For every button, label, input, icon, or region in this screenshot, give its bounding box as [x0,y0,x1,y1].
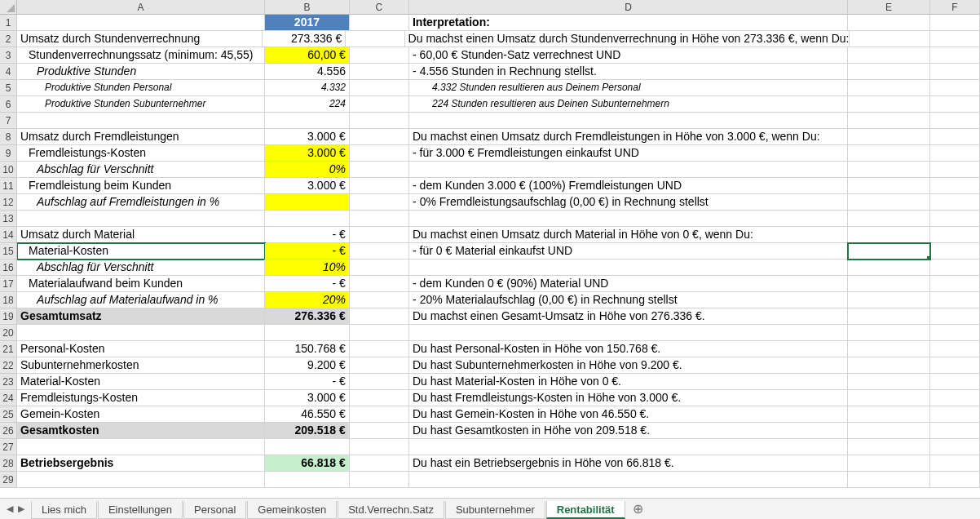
cell-F14[interactable] [930,227,980,243]
cell-E24[interactable] [848,390,930,406]
row-header-23[interactable]: 23 [0,374,17,390]
cell-D2[interactable]: Du machst einen Umsatz durch Stundenverr… [405,31,850,47]
sheet-tab-personal[interactable]: Personal [183,501,246,519]
row-header-27[interactable]: 27 [0,439,17,455]
column-header-e[interactable]: E [848,0,930,15]
cell-B14[interactable]: - € [265,227,350,243]
cell-C28[interactable] [350,455,409,472]
row-header-16[interactable]: 16 [0,260,17,276]
cell-C11[interactable] [350,178,409,194]
cell-C1[interactable] [350,15,409,31]
spreadsheet-grid[interactable]: 2017Interpretation:Umsatz durch Stundenv… [17,15,980,498]
cell-C23[interactable] [350,374,409,390]
cell-F9[interactable] [930,145,980,162]
cell-D6[interactable]: 224 Stunden resultieren aus Deinen Subun… [409,96,848,113]
cell-E3[interactable] [848,47,930,64]
cell-F5[interactable] [930,80,980,96]
row-header-8[interactable]: 8 [0,129,17,145]
row-header-21[interactable]: 21 [0,341,17,357]
cell-A14[interactable]: Umsatz durch Material [17,227,265,243]
cell-D21[interactable]: Du hast Personal-Kosten in Höhe von 150.… [409,341,848,357]
cell-E6[interactable] [848,96,930,113]
cell-D17[interactable]: - dem Kunden 0 € (90%) Material UND [409,276,848,292]
cell-A11[interactable]: Fremdleistung beim Kunden [17,178,265,194]
cell-D27[interactable] [409,439,848,455]
cell-C26[interactable] [350,423,409,439]
row-header-7[interactable]: 7 [0,113,17,129]
cell-B11[interactable]: 3.000 € [265,178,350,194]
cell-C18[interactable] [350,292,409,308]
cell-D7[interactable] [409,113,848,129]
row-header-22[interactable]: 22 [0,357,17,374]
cell-C9[interactable] [350,145,409,162]
cell-B15[interactable]: - € [265,243,350,260]
cell-A27[interactable] [17,439,265,455]
cell-A7[interactable] [17,113,265,129]
cell-C5[interactable] [350,80,409,96]
cell-F3[interactable] [930,47,980,64]
cell-C17[interactable] [350,276,409,292]
sheet-tab-gemeinkosten[interactable]: Gemeinkosten [247,501,337,519]
cell-A8[interactable]: Umsatz durch Fremdleistungen [17,129,265,145]
cell-A13[interactable] [17,211,265,227]
cell-E10[interactable] [848,162,930,178]
row-header-12[interactable]: 12 [0,194,17,211]
cell-B23[interactable]: - € [265,374,350,390]
cell-B6[interactable]: 224 [265,96,350,113]
new-sheet-button[interactable]: ⊕ [626,499,650,518]
cell-A21[interactable]: Personal-Kosten [17,341,265,357]
cell-E19[interactable] [848,308,930,325]
cell-E25[interactable] [848,406,930,423]
cell-D15[interactable]: - für 0 € Material einkaufst UND [409,243,848,260]
cell-D10[interactable] [409,162,848,178]
cell-B19[interactable]: 276.336 € [265,308,350,325]
cell-A18[interactable]: Aufschlag auf Materialaufwand in % [17,292,265,308]
cell-E28[interactable] [848,455,930,472]
sheet-tab-subunternehmer[interactable]: Subunternehmer [445,501,545,519]
cell-C3[interactable] [350,47,409,64]
cell-B20[interactable] [265,325,350,341]
cell-D25[interactable]: Du hast Gemein-Kosten in Höhe von 46.550… [409,406,848,423]
cell-D28[interactable]: Du hast ein Betriebsergebnis in Höhe von… [409,455,848,472]
cell-D13[interactable] [409,211,848,227]
cell-E4[interactable] [848,64,930,80]
cell-D8[interactable]: Du machst einen Umsatz durch Fremdleistu… [409,129,848,145]
cell-D29[interactable] [409,472,848,488]
cell-C6[interactable] [350,96,409,113]
cell-F11[interactable] [930,178,980,194]
cell-D4[interactable]: - 4.556 Stunden in Rechnung stellst. [409,64,848,80]
cell-F26[interactable] [930,423,980,439]
sheet-tab-rentabilit-t[interactable]: Rentabilität [546,501,625,519]
cell-A25[interactable]: Gemein-Kosten [17,406,265,423]
row-header-3[interactable]: 3 [0,47,17,64]
row-header-14[interactable]: 14 [0,227,17,243]
cell-E17[interactable] [848,276,930,292]
cell-D26[interactable]: Du hast Gesamtkosten in Höhe von 209.518… [409,423,848,439]
cell-B24[interactable]: 3.000 € [265,390,350,406]
row-header-24[interactable]: 24 [0,390,17,406]
cell-B8[interactable]: 3.000 € [265,129,350,145]
cell-A29[interactable] [17,472,265,488]
cell-E12[interactable] [848,194,930,211]
cell-F13[interactable] [930,211,980,227]
column-header-b[interactable]: B [265,0,350,15]
cell-A2[interactable]: Umsatz durch Stundenverrechnung [17,31,263,47]
cell-A10[interactable]: Abschlag für Verschnitt [17,162,265,178]
cell-B7[interactable] [265,113,350,129]
cell-E18[interactable] [848,292,930,308]
cell-C14[interactable] [350,227,409,243]
cell-B28[interactable]: 66.818 € [265,455,350,472]
cell-B27[interactable] [265,439,350,455]
row-header-28[interactable]: 28 [0,455,17,472]
cell-A24[interactable]: Fremdleistungs-Kosten [17,390,265,406]
cell-A28[interactable]: Betriebsergebnis [17,455,265,472]
cell-F2[interactable] [930,31,980,47]
cell-C25[interactable] [350,406,409,423]
cell-E14[interactable] [848,227,930,243]
row-header-5[interactable]: 5 [0,80,17,96]
cell-C19[interactable] [350,308,409,325]
row-header-25[interactable]: 25 [0,406,17,423]
cell-F17[interactable] [930,276,980,292]
cell-E5[interactable] [848,80,930,96]
cell-F23[interactable] [930,374,980,390]
